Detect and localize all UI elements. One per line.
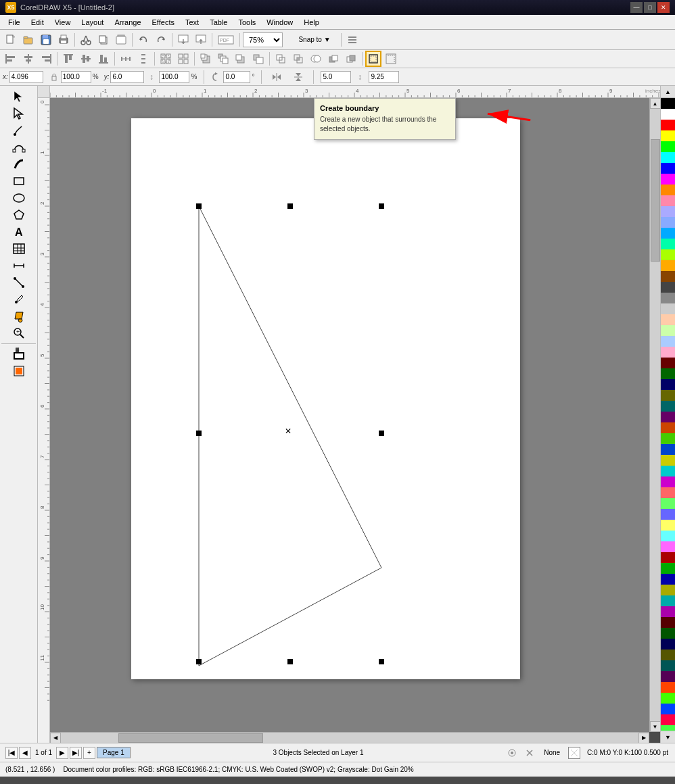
color-swatch-55[interactable] bbox=[661, 693, 675, 704]
color-swatch-34[interactable] bbox=[661, 466, 675, 476]
color-swatch-38[interactable] bbox=[661, 509, 675, 520]
width-input[interactable] bbox=[61, 71, 91, 83]
color-swatch-23[interactable] bbox=[661, 347, 675, 358]
color-swatch-40[interactable] bbox=[661, 531, 675, 541]
palette-scroll-down[interactable]: ▼ bbox=[661, 731, 675, 743]
horizontal-scrollbar[interactable]: ◀ ▶ bbox=[50, 732, 649, 743]
zoom-tool[interactable]: + bbox=[3, 325, 35, 341]
color-swatch-29[interactable] bbox=[661, 412, 675, 422]
snap-indicator[interactable] bbox=[506, 747, 518, 759]
close-fill-btn[interactable] bbox=[523, 747, 536, 759]
open-button[interactable] bbox=[20, 32, 37, 48]
color-swatch-43[interactable] bbox=[661, 563, 675, 574]
color-swatch-32[interactable] bbox=[661, 444, 675, 455]
color-swatch-31[interactable] bbox=[661, 433, 675, 444]
color-swatch-1[interactable] bbox=[661, 109, 675, 120]
scroll-left-btn[interactable]: ◀ bbox=[50, 733, 61, 743]
height-input[interactable] bbox=[159, 71, 189, 83]
color-swatch-17[interactable] bbox=[661, 282, 675, 293]
color-swatch-39[interactable] bbox=[661, 520, 675, 531]
fill-tool[interactable] bbox=[3, 308, 35, 324]
color-swatch-11[interactable] bbox=[661, 217, 675, 228]
color-swatch-8[interactable] bbox=[661, 185, 675, 195]
color-swatch-25[interactable] bbox=[661, 368, 675, 379]
color-swatch-21[interactable] bbox=[661, 325, 675, 336]
distribute-h-button[interactable] bbox=[118, 51, 134, 67]
redo-button[interactable] bbox=[153, 32, 169, 48]
angle-input[interactable] bbox=[223, 71, 250, 83]
color-swatch-30[interactable] bbox=[661, 422, 675, 433]
menu-effects[interactable]: Effects bbox=[147, 17, 180, 28]
color-swatch-42[interactable] bbox=[661, 552, 675, 563]
color-swatch-47[interactable] bbox=[661, 606, 675, 617]
align-center-h-button[interactable] bbox=[20, 51, 37, 67]
color-swatch-45[interactable] bbox=[661, 585, 675, 595]
fill-color-tool[interactable] bbox=[3, 363, 35, 379]
color-swatch-18[interactable] bbox=[661, 293, 675, 303]
color-swatch-51[interactable] bbox=[661, 650, 675, 660]
color-swatch-14[interactable] bbox=[661, 249, 675, 260]
canvas-scroll-area[interactable]: ✕ Create boundary Create a new object th… bbox=[50, 98, 649, 732]
save-button[interactable] bbox=[38, 32, 54, 48]
color-swatch-54[interactable] bbox=[661, 682, 675, 693]
align-bottom-button[interactable] bbox=[95, 51, 112, 67]
vertical-scrollbar[interactable]: ▲ ▼ bbox=[649, 98, 660, 732]
color-swatch-12[interactable] bbox=[661, 228, 675, 239]
menu-view[interactable]: View bbox=[49, 17, 76, 28]
next-page-btn[interactable]: ▶ bbox=[56, 747, 68, 759]
add-page-btn[interactable]: + bbox=[83, 747, 95, 759]
color-swatch-5[interactable] bbox=[661, 152, 675, 163]
color-swatch-49[interactable] bbox=[661, 628, 675, 639]
last-page-btn[interactable]: ▶| bbox=[70, 747, 82, 759]
zoom-dropdown[interactable]: 75% 50% 100% 150% 200% bbox=[243, 32, 283, 47]
import-button[interactable] bbox=[175, 32, 191, 48]
group-button[interactable] bbox=[158, 51, 174, 67]
color-swatch-44[interactable] bbox=[661, 574, 675, 585]
cut-button[interactable] bbox=[78, 32, 94, 48]
undo-button[interactable] bbox=[135, 32, 152, 48]
scroll-down-btn[interactable]: ▼ bbox=[650, 721, 661, 732]
fill-color-swatch[interactable] bbox=[568, 747, 580, 759]
page-tab[interactable]: Page 1 bbox=[97, 747, 131, 758]
y2-input[interactable] bbox=[369, 71, 399, 83]
menu-arrange[interactable]: Arrange bbox=[109, 17, 146, 28]
rectangle-tool[interactable] bbox=[3, 173, 35, 189]
select-tool[interactable] bbox=[3, 89, 35, 105]
menu-text[interactable]: Text bbox=[180, 17, 204, 28]
ungroup-button[interactable] bbox=[175, 51, 191, 67]
y-input[interactable] bbox=[110, 71, 144, 83]
palette-scroll-up[interactable]: ▲ bbox=[661, 86, 675, 98]
artistic-media-tool[interactable] bbox=[3, 156, 35, 172]
color-swatch-0[interactable] bbox=[661, 98, 675, 109]
new-button[interactable] bbox=[3, 32, 19, 48]
align-top-button[interactable] bbox=[60, 51, 76, 67]
color-swatch-28[interactable] bbox=[661, 401, 675, 412]
align-right-button[interactable] bbox=[38, 51, 54, 67]
copy-button[interactable] bbox=[95, 32, 112, 48]
color-swatch-57[interactable] bbox=[661, 714, 675, 725]
scroll-up-btn[interactable]: ▲ bbox=[650, 98, 661, 109]
connector-tool[interactable] bbox=[3, 274, 35, 291]
paste-button[interactable] bbox=[113, 32, 129, 48]
export-button[interactable] bbox=[193, 32, 209, 48]
text-tool[interactable]: A bbox=[3, 224, 35, 240]
snap-to-dropdown[interactable]: Snap to ▼ bbox=[291, 32, 338, 48]
color-swatch-35[interactable] bbox=[661, 476, 675, 487]
color-swatch-19[interactable] bbox=[661, 303, 675, 314]
color-swatch-20[interactable] bbox=[661, 314, 675, 325]
color-swatch-56[interactable] bbox=[661, 704, 675, 714]
color-swatch-27[interactable] bbox=[661, 390, 675, 401]
maximize-button[interactable]: □ bbox=[644, 2, 656, 13]
menu-file[interactable]: File bbox=[3, 17, 26, 28]
intersect-button[interactable] bbox=[290, 51, 306, 67]
options-button[interactable] bbox=[344, 32, 360, 48]
forward-one-button[interactable] bbox=[233, 51, 249, 67]
create-boundary-button[interactable] bbox=[365, 51, 381, 67]
color-swatch-52[interactable] bbox=[661, 660, 675, 671]
color-swatch-22[interactable] bbox=[661, 336, 675, 347]
color-swatch-41[interactable] bbox=[661, 541, 675, 552]
dropper-tool[interactable] bbox=[3, 291, 35, 308]
subselect-tool[interactable] bbox=[3, 105, 35, 122]
color-swatch-16[interactable] bbox=[661, 271, 675, 282]
back-minus-front-button[interactable] bbox=[343, 51, 359, 67]
